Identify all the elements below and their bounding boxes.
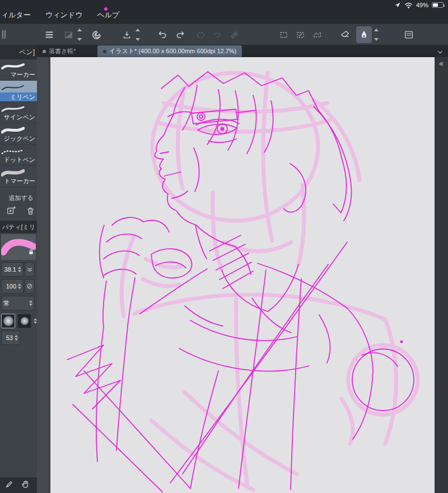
blend-mode-value: 常 [3,299,10,308]
menu-bar: ィルター ウィンドウ ヘルプ [1,10,119,20]
toolbar [0,24,448,45]
status-icons: 49% [394,1,444,9]
stabilization-field[interactable]: 53 [1,331,20,345]
subtool-group-header[interactable]: ペン] [0,45,37,59]
stabilization-stepper[interactable] [15,335,18,341]
opacity-dynamics-button[interactable] [25,279,35,294]
menu-item-filter[interactable]: ィルター [1,10,31,20]
csp-logo-icon[interactable] [88,26,104,43]
import-icon[interactable] [119,26,134,43]
opacity-value: 100 [6,283,16,290]
stabilization-value: 53 [6,334,13,341]
gradient-stepper[interactable] [76,29,83,41]
redo-icon[interactable] [172,26,188,43]
select-lasso-icon[interactable] [209,26,225,43]
opacity-field[interactable]: 100 [1,279,24,294]
canvas-area: « [37,57,448,493]
tab-dot [103,50,106,53]
battery-percent: 49% [416,2,428,8]
brush-size-value: 38.1 [4,266,16,273]
eraser-icon[interactable] [337,26,353,43]
sketch-drawing [50,57,435,493]
canvas-paper[interactable] [50,57,435,493]
subtool-label: マーカー [10,71,35,79]
notification-dot [104,7,108,11]
tab-illustration[interactable]: イラスト* (400.00 x 600.00mm 600dpi 12.7%) [97,45,242,57]
subtool-label: サインペン [4,113,35,122]
add-subtool-icon[interactable] [4,204,18,217]
subtool-label: ドットペン [4,156,35,164]
add-subtool-label: 追加する [0,193,37,203]
right-panel-strip: « [435,57,448,493]
subtool-label: トマーカー [4,177,35,185]
toolbar-drag-handle[interactable] [2,30,6,39]
subtool-item-softmarker[interactable]: トマーカー [0,166,37,187]
select-ellipse-icon[interactable] [193,26,208,43]
subtool-label: ミリペン [0,92,37,101]
panel-footer [0,477,37,493]
pen-settings-icon[interactable] [5,480,13,491]
blend-mode-stepper[interactable] [29,300,32,306]
blend-mode-dropdown[interactable]: 常 [1,296,35,310]
tab-label: 落書き帳* [49,47,76,55]
lock-icon[interactable] [28,247,34,257]
brush-size-stepper[interactable] [18,267,21,272]
subtool-item-magicpen[interactable]: ジックペン [0,123,37,145]
subtool-item-signpen[interactable]: サインペン [0,102,37,123]
top-bar: 49% ィルター ウィンドウ ヘルプ [0,0,448,24]
brush-size-field[interactable]: 38.1 [1,262,24,277]
tab-sketchbook[interactable]: 落書き帳* [37,45,82,57]
gradient-tool-icon[interactable] [60,26,76,43]
brush-tip-hard-button[interactable] [17,314,31,328]
menu-item-window[interactable]: ウィンドウ [45,10,83,20]
tab-dot [43,50,46,53]
brush-tip-soft-button[interactable] [1,314,15,328]
battery-icon [432,2,444,8]
chevron-down-icon[interactable] [437,48,444,58]
undo-icon[interactable] [155,26,170,43]
tool-property-header[interactable]: パティ[ミリペ [0,221,37,233]
menu-item-help[interactable]: ヘルプ [97,10,119,20]
subtool-panel: ペン] マーカー ミリペン サインペン ジックペン ドットペン トマーカー 追加… [0,45,37,493]
tablet-icon[interactable] [401,26,417,43]
tab-label: イラスト* (400.00 x 600.00mm 600dpi 12.7%) [109,47,236,55]
trash-icon[interactable] [24,204,37,217]
wifi-icon [404,2,413,8]
size-dynamics-button[interactable] [25,262,35,277]
opacity-stepper[interactable] [18,283,21,289]
marquee-new-icon[interactable] [292,26,308,43]
subtool-item-marker[interactable]: マーカー [0,59,37,81]
import-stepper[interactable] [134,29,141,41]
pen-stepper[interactable] [373,29,380,41]
select-wand-icon[interactable] [226,26,242,43]
collapse-panel-button[interactable]: « [439,59,444,68]
tab-bar: 落書き帳* イラスト* (400.00 x 600.00mm 600dpi 12… [37,45,448,57]
marquee-poly-icon[interactable] [309,26,325,43]
brush-stroke-preview [1,234,36,260]
subtool-label: ジックペン [4,134,35,143]
subtool-item-milipen[interactable]: ミリペン [0,81,37,102]
location-arrow-icon [394,2,401,8]
subtool-item-dotpen[interactable]: ドットペン [0,145,37,166]
hand-icon[interactable] [21,480,30,491]
marquee-rect-icon[interactable] [276,26,291,43]
pen-icon[interactable] [356,26,372,43]
menu-icon[interactable] [41,26,57,43]
